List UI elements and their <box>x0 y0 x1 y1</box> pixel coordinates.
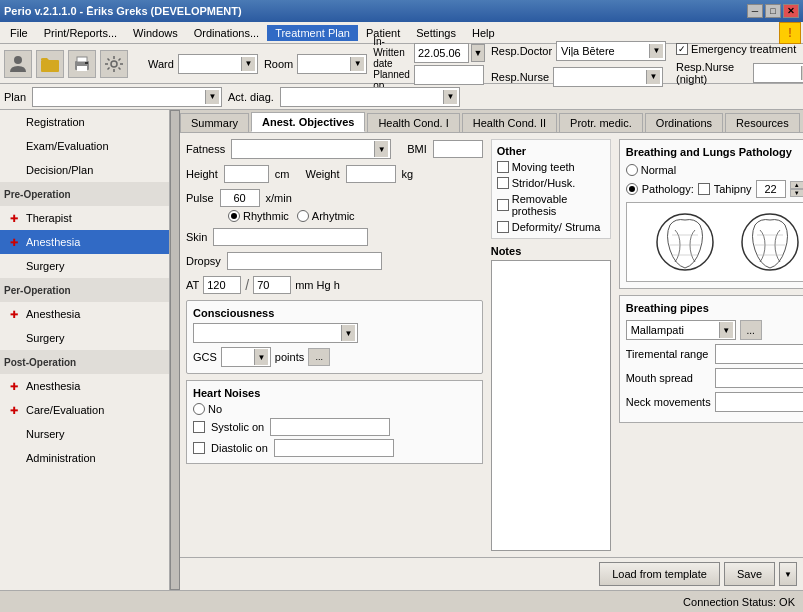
tahipny-down-btn[interactable]: ▼ <box>790 189 803 197</box>
gcs-arrow[interactable]: ▼ <box>254 349 268 365</box>
tab-protr-medic[interactable]: Protr. medic. <box>559 113 643 132</box>
mouth-spread-select[interactable]: ▼ <box>715 368 803 388</box>
menu-print[interactable]: Print/Reports... <box>36 25 125 41</box>
menu-file[interactable]: File <box>2 25 36 41</box>
emergency-checkbox[interactable] <box>676 43 688 55</box>
sidebar-item-nursery[interactable]: Nursery <box>0 422 169 446</box>
tahipny-spinner[interactable]: ▲ ▼ <box>790 181 803 197</box>
gcs-row: GCS ▼ points ... <box>193 347 476 367</box>
at-systolic-input[interactable] <box>203 276 241 294</box>
tab-health-cond-2[interactable]: Health Cond. II <box>462 113 557 132</box>
room-combo[interactable]: ▼ <box>297 54 367 74</box>
diastolic-input[interactable] <box>274 439 394 457</box>
moving-teeth-checkbox[interactable] <box>497 161 509 173</box>
sidebar-item-care[interactable]: Care/Evaluation <box>0 398 169 422</box>
stridor-label: Stridor/Husk. <box>512 177 576 189</box>
sidebar-item-decision[interactable]: Decision/Plan <box>0 158 169 182</box>
at-diastolic-input[interactable] <box>253 276 291 294</box>
moving-teeth-item[interactable]: Moving teeth <box>497 161 605 173</box>
tab-health-cond-1[interactable]: Health Cond. I <box>367 113 459 132</box>
removable-checkbox[interactable] <box>497 199 509 211</box>
pathology-circle[interactable] <box>626 183 638 195</box>
room-arrow[interactable]: ▼ <box>350 57 364 71</box>
menu-ordinations[interactable]: Ordinations... <box>186 25 267 41</box>
stridor-checkbox[interactable] <box>497 177 509 189</box>
weight-input[interactable] <box>346 165 396 183</box>
ward-combo[interactable]: ▼ <box>178 54 258 74</box>
sidebar-item-anesthesia2[interactable]: Anesthesia <box>0 302 169 326</box>
sidebar-item-exam[interactable]: Exam/Evaluation <box>0 134 169 158</box>
notes-textarea[interactable] <box>491 260 611 551</box>
rhythmic-radio[interactable]: Rhythmic <box>228 210 289 222</box>
menu-windows[interactable]: Windows <box>125 25 186 41</box>
planned-date-input[interactable] <box>414 65 484 85</box>
plan-combo[interactable]: ▼ <box>32 87 222 107</box>
deformity-checkbox[interactable] <box>497 221 509 233</box>
pulse-input[interactable]: 60 <box>220 189 260 207</box>
mallampati-select[interactable]: Mallampati ▼ <box>626 320 736 340</box>
print-icon-btn[interactable] <box>68 50 96 78</box>
sidebar-item-registration[interactable]: Registration <box>0 110 169 134</box>
normal-radio[interactable]: Normal <box>626 164 803 176</box>
save-button[interactable]: Save <box>724 562 775 586</box>
maximize-button[interactable]: □ <box>765 4 781 18</box>
sidebar-item-surgery2[interactable]: Surgery <box>0 326 169 350</box>
tab-ordinations[interactable]: Ordinations <box>645 113 723 132</box>
no-radio[interactable]: No <box>193 403 476 415</box>
gcs-detail-btn[interactable]: ... <box>308 348 330 366</box>
respnurse-combo[interactable]: ▼ <box>553 67 663 87</box>
sidebar-scrollbar[interactable] <box>170 110 180 590</box>
respdoc-combo[interactable]: Viļa Bētere ▼ <box>556 41 666 61</box>
bmi-input[interactable] <box>433 140 483 158</box>
sidebar-item-surgery[interactable]: Surgery <box>0 254 169 278</box>
diastolic-checkbox[interactable] <box>193 442 205 454</box>
tiremental-select[interactable]: ▼ <box>715 344 803 364</box>
systolic-input[interactable] <box>270 418 390 436</box>
respdoc-arrow[interactable]: ▼ <box>649 44 663 58</box>
gcs-select[interactable]: ▼ <box>221 347 271 367</box>
deformity-item[interactable]: Deformity/ Struma <box>497 221 605 233</box>
menu-treatment-plan[interactable]: Treatment Plan <box>267 25 358 41</box>
dropsy-input[interactable] <box>227 252 382 270</box>
actdiag-arrow[interactable]: ▼ <box>443 90 457 104</box>
neck-movements-select[interactable]: ▼ <box>715 392 803 412</box>
mallampati-detail-btn[interactable]: ... <box>740 320 762 340</box>
neck-movements-row: Neck movements ▼ <box>626 392 803 412</box>
skin-input[interactable] <box>213 228 368 246</box>
systolic-checkbox[interactable] <box>193 421 205 433</box>
respnurse-night-combo[interactable]: ▼ <box>753 63 803 83</box>
sidebar-item-anesthesia[interactable]: Anesthesia <box>0 230 169 254</box>
save-dropdown-btn[interactable]: ▼ <box>779 562 797 586</box>
tab-anest-objectives[interactable]: Anest. Objectives <box>251 112 365 132</box>
consciousness-arrow[interactable]: ▼ <box>341 325 355 341</box>
sidebar-item-anesthesia3[interactable]: Anesthesia <box>0 374 169 398</box>
actdiag-combo[interactable]: ▼ <box>280 87 460 107</box>
consciousness-select[interactable]: ▼ <box>193 323 358 343</box>
load-template-button[interactable]: Load from template <box>599 562 720 586</box>
anesthesia3-icon <box>6 378 22 394</box>
minimize-button[interactable]: ─ <box>747 4 763 18</box>
inwritten-date-input[interactable] <box>414 43 469 63</box>
sidebar-item-therapist[interactable]: Therapist <box>0 206 169 230</box>
height-input[interactable] <box>224 165 269 183</box>
respnurse-arrow[interactable]: ▼ <box>646 70 660 84</box>
arhytmic-radio[interactable]: Arhytmic <box>297 210 355 222</box>
ward-arrow[interactable]: ▼ <box>241 57 255 71</box>
settings-icon-btn[interactable] <box>100 50 128 78</box>
mallampati-arrow[interactable]: ▼ <box>719 322 733 338</box>
inwritten-cal-btn[interactable]: ▼ <box>471 44 485 62</box>
tab-resources[interactable]: Resources <box>725 113 800 132</box>
fatness-arrow[interactable]: ▼ <box>374 141 388 157</box>
plan-arrow[interactable]: ▼ <box>205 90 219 104</box>
tahipny-up-btn[interactable]: ▲ <box>790 181 803 189</box>
folder-icon-btn[interactable] <box>36 50 64 78</box>
tahipny-checkbox[interactable] <box>698 183 710 195</box>
stridor-item[interactable]: Stridor/Husk. <box>497 177 605 189</box>
fatness-select[interactable]: ▼ <box>231 139 391 159</box>
user-icon-btn[interactable] <box>4 50 32 78</box>
tab-summary[interactable]: Summary <box>180 113 249 132</box>
sidebar-item-administration[interactable]: Administration <box>0 446 169 470</box>
tahipny-input[interactable]: 22 <box>756 180 786 198</box>
close-button[interactable]: ✕ <box>783 4 799 18</box>
removable-item[interactable]: Removable prothesis <box>497 193 605 217</box>
